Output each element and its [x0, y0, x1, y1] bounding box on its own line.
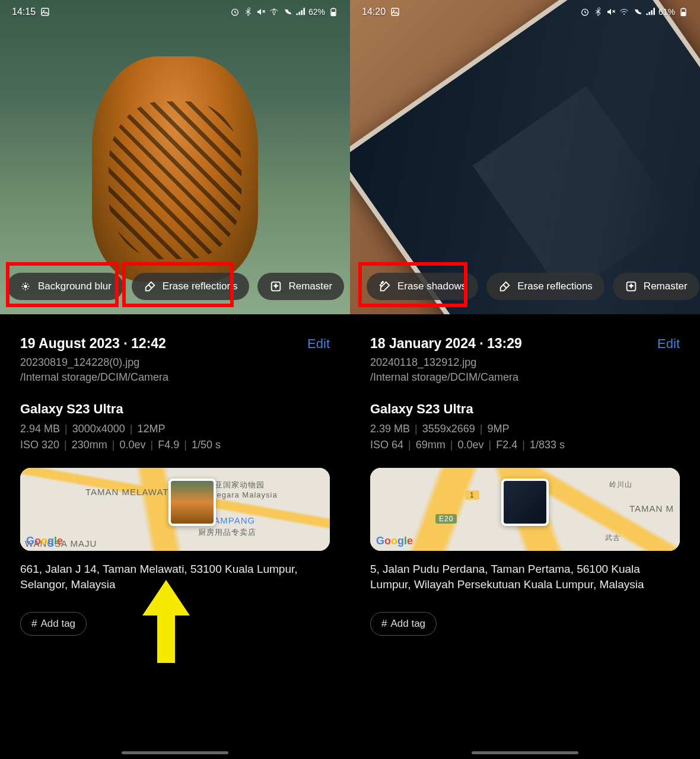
gallery-icon	[40, 7, 50, 17]
meta-line-2: ISO 320|230mm|0.0ev|F4.9|1/50 s	[20, 439, 330, 451]
battery-percent: 62%	[308, 7, 325, 17]
svg-point-28	[380, 285, 381, 286]
svg-point-13	[23, 283, 24, 285]
add-tag-chip[interactable]: # Add tag	[20, 612, 87, 636]
svg-rect-18	[392, 8, 399, 15]
wifi-icon	[619, 7, 629, 17]
svg-rect-25	[682, 12, 686, 15]
bluetooth-icon	[243, 7, 253, 17]
photo-preview[interactable]: 14:20 61% Erase shadows	[350, 0, 700, 314]
filename: 20230819_124228(0).jpg	[20, 356, 330, 369]
mute-icon	[606, 7, 616, 17]
signal-icon	[645, 7, 655, 17]
photo-details-panel: 18 January 2024 · 13:29 Edit 20240118_13…	[350, 314, 700, 759]
meta-line-2: ISO 64|69mm|0.0ev|F2.4|1/833 s	[370, 439, 680, 451]
svg-point-23	[623, 14, 625, 15]
status-bar: 14:20 61%	[350, 0, 700, 24]
svg-rect-0	[42, 8, 49, 15]
svg-point-14	[27, 283, 28, 285]
mute-icon	[256, 7, 266, 17]
background-blur-pill[interactable]: Background blur	[7, 273, 123, 300]
svg-rect-6	[332, 12, 336, 15]
filename: 20240118_132912.jpg	[370, 356, 680, 369]
erase-reflections-pill[interactable]: Erase reflections	[132, 273, 250, 300]
location-address: 5, Jalan Pudu Perdana, Taman Pertama, 56…	[370, 562, 680, 592]
map-thumbnail	[501, 479, 549, 526]
map-thumbnail	[168, 479, 216, 526]
remaster-pill[interactable]: Remaster	[257, 273, 344, 300]
meta-line-1: 2.94 MB|3000x4000|12MP	[20, 423, 330, 435]
left-screenshot: 14:15 62% Background blur	[0, 0, 350, 759]
svg-point-29	[382, 282, 383, 283]
suggestion-pill-row: Erase shadows Erase reflections Remaster	[367, 273, 700, 300]
gallery-icon	[390, 7, 400, 17]
svg-point-9	[21, 286, 23, 287]
location-map[interactable]: E20 TAMAN M 1 岭川山 武古 Google	[370, 468, 680, 551]
google-logo: Google	[376, 535, 413, 547]
svg-point-15	[23, 288, 24, 289]
annotation-arrow	[136, 574, 196, 669]
erase-reflections-pill[interactable]: Erase reflections	[486, 273, 604, 300]
remaster-pill[interactable]: Remaster	[613, 273, 699, 300]
pill-label: Background blur	[38, 280, 112, 292]
battery-icon	[679, 7, 688, 17]
device-model: Galaxy S23 Ultra	[20, 401, 330, 417]
bluetooth-icon	[593, 7, 603, 17]
svg-point-16	[27, 288, 28, 289]
blur-icon	[19, 280, 32, 293]
status-time: 14:20	[362, 7, 386, 17]
alarm-icon	[580, 7, 590, 17]
volte-icon	[632, 7, 642, 17]
battery-percent: 61%	[658, 7, 675, 17]
right-screenshot: 14:20 61% Erase shadows	[350, 0, 700, 759]
svg-point-1	[43, 10, 45, 12]
wifi-icon	[269, 7, 279, 17]
erase-shadows-icon	[378, 280, 392, 293]
erase-reflections-icon	[144, 280, 157, 293]
svg-rect-7	[332, 8, 335, 8]
pill-label: Erase reflections	[163, 280, 238, 292]
alarm-icon	[230, 7, 240, 17]
photo-date: 19 August 2023 · 12:42	[20, 336, 166, 352]
svg-point-19	[393, 10, 395, 12]
erase-shadows-pill[interactable]: Erase shadows	[367, 273, 478, 300]
pill-label: Remaster	[644, 280, 688, 292]
filepath: /Internal storage/DCIM/Camera	[370, 371, 680, 384]
status-time: 14:15	[12, 7, 36, 17]
svg-point-10	[28, 286, 29, 287]
edit-button[interactable]: Edit	[307, 336, 330, 352]
google-logo: Google	[26, 535, 63, 547]
pill-label: Erase reflections	[517, 280, 593, 292]
status-bar: 14:15 62%	[0, 0, 350, 24]
photo-subject-phone	[350, 0, 700, 314]
hash-icon: #	[31, 618, 37, 630]
photo-subject-tiger	[92, 56, 258, 282]
edit-button[interactable]: Edit	[657, 336, 680, 352]
remaster-icon	[625, 280, 638, 293]
suggestion-pill-row: Background blur Erase reflections Remast…	[7, 273, 350, 300]
svg-point-11	[25, 282, 26, 283]
hash-icon: #	[381, 618, 387, 630]
signal-icon	[295, 7, 305, 17]
location-map[interactable]: TAMAN MELAWATI AS AMPANG WANGSA MAJU 来西亚…	[20, 468, 330, 551]
svg-rect-26	[682, 8, 685, 8]
home-indicator[interactable]	[472, 751, 578, 754]
photo-date: 18 January 2024 · 13:29	[370, 336, 522, 352]
erase-reflections-icon	[498, 280, 511, 293]
pill-label: Erase shadows	[397, 280, 466, 292]
svg-point-12	[25, 289, 26, 290]
svg-point-8	[24, 285, 27, 288]
filepath: /Internal storage/DCIM/Camera	[20, 371, 330, 384]
pill-label: Remaster	[288, 280, 332, 292]
home-indicator[interactable]	[122, 751, 228, 754]
remaster-icon	[269, 280, 282, 293]
photo-preview[interactable]: 14:15 62% Background blur	[0, 0, 350, 314]
photo-details-panel: 19 August 2023 · 12:42 Edit 20230819_124…	[0, 314, 350, 759]
device-model: Galaxy S23 Ultra	[370, 401, 680, 417]
volte-icon	[282, 7, 292, 17]
meta-line-1: 2.39 MB|3559x2669|9MP	[370, 423, 680, 435]
battery-icon	[329, 7, 338, 17]
add-tag-chip[interactable]: # Add tag	[370, 612, 437, 636]
